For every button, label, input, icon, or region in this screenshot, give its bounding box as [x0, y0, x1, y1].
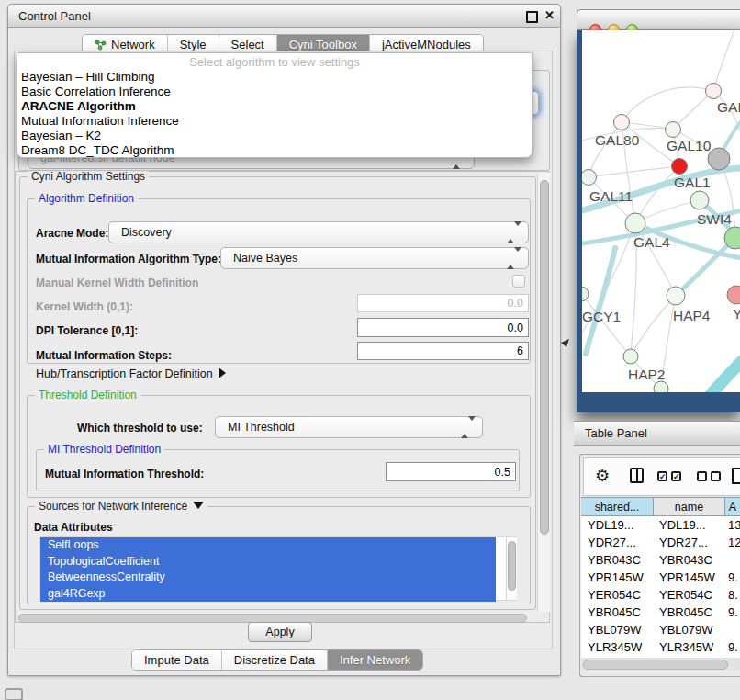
group-title: Threshold Definition: [35, 389, 140, 401]
table-horizontal-scrollbar[interactable]: [581, 658, 740, 670]
attribute-item[interactable]: gal4RGexp: [40, 586, 496, 603]
mi-steps-field[interactable]: 6: [357, 342, 529, 360]
network-edge[interactable]: [676, 238, 735, 296]
split-columns-icon[interactable]: [630, 468, 644, 483]
checked-checkbox-icon[interactable]: ✓: [671, 471, 681, 481]
node-table: shared...nameA YDL19...YDL19...13YDR27..…: [581, 497, 740, 659]
algorithm-option[interactable]: Bayesian – K2: [17, 129, 532, 143]
algorithm-option[interactable]: Basic Correlation Inference: [17, 85, 532, 99]
network-node-GAL10[interactable]: [666, 122, 681, 138]
table-row[interactable]: YER054CYER054C8.: [581, 586, 740, 604]
network-view-frame: GALGAL80GAL10GAL1GAL11GAL4SWI4GCY1HAP4YH…: [577, 30, 740, 412]
document-icon[interactable]: [732, 468, 740, 484]
aracne-mode-combo[interactable]: Discovery: [108, 221, 529, 243]
network-node-node-salmon[interactable]: [727, 286, 740, 304]
data-attributes-list: SelfLoopsTopologicalCoefficientBetweenne…: [39, 536, 517, 601]
tab-label: Impute Data: [144, 653, 209, 667]
combo-stepper-icon: [507, 252, 521, 265]
apply-button[interactable]: Apply: [248, 622, 312, 642]
tab-impute-data[interactable]: Impute Data: [132, 650, 222, 670]
algorithm-option[interactable]: Bayesian – Hill Climbing: [17, 70, 532, 85]
tab-infer-network[interactable]: Infer Network: [328, 650, 422, 670]
network-edge[interactable]: [713, 30, 734, 91]
network-node-GAL4[interactable]: [625, 213, 645, 233]
close-icon[interactable]: ✕: [544, 8, 555, 22]
network-edge[interactable]: [589, 166, 679, 177]
algorithm-option[interactable]: ARACNE Algorithm: [17, 99, 532, 114]
gear-icon[interactable]: ⚙: [595, 468, 610, 484]
group-title: Cyni Algorithm Settings: [28, 170, 149, 183]
unchecked-checkbox-icon[interactable]: [711, 471, 721, 481]
table-row[interactable]: YLR345WYLR345W9.: [581, 638, 740, 656]
which-threshold-label: Which threshold to use:: [77, 422, 203, 435]
tab-label: Style: [180, 38, 207, 51]
attributes-scrollbar[interactable]: [506, 537, 517, 600]
combo-stepper-icon: [507, 226, 521, 239]
checked-checkbox-icon[interactable]: ✓: [657, 471, 667, 481]
network-edge[interactable]: [586, 248, 615, 354]
kernel-width-field[interactable]: 0.0: [357, 294, 529, 312]
algorithm-option[interactable]: Dream8 DC_TDC Algorithm: [17, 143, 532, 158]
dpi-tolerance-field[interactable]: 0.0: [357, 318, 529, 337]
table-row[interactable]: YBL079WYBL079W: [581, 621, 740, 638]
hub-definition-toggle[interactable]: Hub/Transcription Factor Definition: [36, 367, 226, 380]
network-node-GAL1[interactable]: [672, 159, 688, 175]
node-label: GAL4: [633, 234, 670, 250]
table-row[interactable]: YBR043CYBR043C: [581, 551, 740, 569]
scrollbar-thumb[interactable]: [583, 660, 728, 670]
expanded-arrow-icon: [193, 502, 204, 509]
network-node-GCY1[interactable]: [582, 287, 589, 301]
column-header[interactable]: shared...: [581, 497, 654, 516]
tab-label: Select: [231, 38, 264, 51]
network-edge[interactable]: [589, 122, 622, 177]
settings-vertical-scrollbar[interactable]: [537, 173, 550, 612]
algorithm-option[interactable]: Mutual Information Inference: [17, 114, 532, 129]
table-row[interactable]: YDR27...YDR27...12: [581, 534, 740, 551]
node-label: GCY1: [582, 309, 621, 324]
table-cell: YER054C: [588, 586, 654, 604]
node-label: GAL10: [667, 138, 712, 153]
table-row[interactable]: YDL19...YDL19...13: [581, 516, 740, 534]
network-edge[interactable]: [622, 87, 713, 122]
network-edge[interactable]: [685, 361, 740, 392]
attribute-item[interactable]: SelfLoops: [40, 537, 496, 554]
unchecked-checkbox-icon[interactable]: [697, 471, 707, 481]
column-header[interactable]: A: [725, 497, 740, 516]
mi-type-combo[interactable]: Naive Bayes: [220, 247, 529, 269]
table-row[interactable]: YPR145WYPR145W9.: [581, 569, 740, 586]
column-header[interactable]: name: [654, 497, 725, 516]
attribute-item[interactable]: BetweennessCentrality: [40, 570, 496, 586]
sources-title-toggle[interactable]: Sources for Network Inference: [35, 500, 207, 513]
network-node-GAL80[interactable]: [614, 115, 630, 130]
network-node-GAL11[interactable]: [582, 170, 597, 186]
which-threshold-combo[interactable]: MI Threshold: [215, 416, 483, 438]
network-node-HAP4[interactable]: [667, 287, 685, 305]
group-title: Algorithm Definition: [35, 192, 138, 205]
network-edge[interactable]: [631, 296, 676, 356]
minimized-panel-icon[interactable]: [5, 688, 23, 700]
network-node-node-pink-top[interactable]: [706, 84, 722, 99]
network-node-SWI4[interactable]: [690, 191, 709, 209]
scrollbar-thumb[interactable]: [508, 541, 516, 591]
tab-discretize-data[interactable]: Discretize Data: [222, 650, 328, 670]
table-row[interactable]: YBR045CYBR045C9.: [581, 604, 740, 621]
settings-horizontal-scrollbar[interactable]: [17, 613, 534, 622]
table-cell: YDL19...: [659, 516, 725, 534]
restore-icon[interactable]: [526, 11, 538, 23]
mi-threshold-field[interactable]: 0.5: [386, 462, 516, 481]
manual-kernel-checkbox[interactable]: [512, 275, 525, 288]
attribute-item[interactable]: TopologicalCoefficient: [40, 554, 496, 570]
table-cell: YDL19...: [588, 516, 654, 534]
collapsed-arrow-icon: [219, 367, 226, 378]
dpi-tolerance-label: DPI Tolerance [0,1]:: [36, 324, 138, 337]
network-canvas[interactable]: GALGAL80GAL10GAL1GAL11GAL4SWI4GCY1HAP4YH…: [582, 30, 740, 392]
network-edge[interactable]: [673, 91, 713, 130]
mi-steps-label: Mutual Information Steps:: [36, 349, 172, 362]
network-node-node-green-bottom[interactable]: [654, 381, 668, 392]
scrollbar-thumb[interactable]: [540, 180, 549, 535]
network-node-HAP2[interactable]: [623, 349, 638, 364]
network-node-node-gray[interactable]: [708, 148, 730, 170]
mi-type-value: Naive Bayes: [233, 252, 297, 265]
table-cell: YBL079W: [659, 621, 725, 638]
table-cell: 12: [728, 534, 740, 551]
